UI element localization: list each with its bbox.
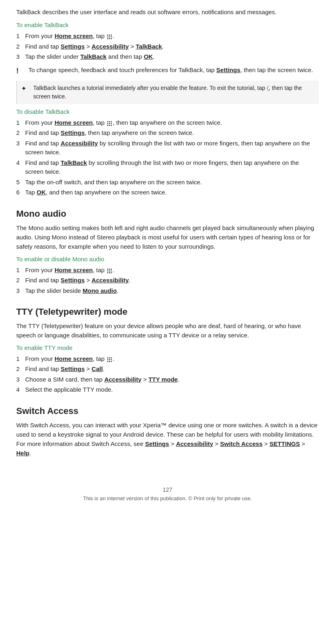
svg-point-8 — [111, 38, 112, 39]
lightbulb-icon: ✦ — [21, 84, 32, 94]
switch-access-body: With Switch Access, you can interact wit… — [16, 420, 319, 458]
intro-text: TalkBack describes the user interface an… — [16, 7, 319, 17]
tty-steps: 1 From your Home screen, tap . 2 Find an… — [16, 354, 319, 395]
page-number: 127 — [16, 486, 319, 493]
svg-point-15 — [107, 125, 108, 126]
mono-audio-body: The Mono audio setting makes both left a… — [16, 223, 319, 252]
svg-point-26 — [111, 272, 112, 273]
tty-title: TTY (Teletypewriter) mode — [16, 307, 319, 317]
svg-point-7 — [109, 38, 110, 39]
svg-point-17 — [111, 125, 112, 126]
list-item: 1 From your Home screen, tap , then tap … — [16, 118, 319, 128]
list-item: 3 Choose a SIM card, then tap Accessibil… — [16, 375, 319, 384]
svg-point-27 — [107, 357, 108, 358]
svg-point-28 — [109, 357, 110, 358]
list-item: 2 Find and tap Settings > Accessibility. — [16, 276, 319, 285]
svg-point-29 — [111, 357, 112, 358]
svg-point-3 — [107, 36, 108, 38]
list-item: 3 Tap the slider beside Mono audio. — [16, 286, 319, 296]
svg-point-24 — [107, 272, 108, 273]
enable-talkback-heading: To enable TalkBack — [16, 21, 319, 28]
svg-point-23 — [111, 270, 112, 271]
svg-point-16 — [109, 125, 110, 126]
list-item: 1 From your Home screen, tap . — [16, 266, 319, 275]
list-item: 3 Find and tap Accessibility by scrollin… — [16, 139, 319, 157]
mono-audio-steps: 1 From your Home screen, tap . 2 Find an… — [16, 266, 319, 296]
apps-icon — [107, 33, 112, 39]
svg-point-35 — [111, 361, 112, 362]
list-item: 1 From your Home screen, tap . — [16, 32, 319, 41]
svg-point-1 — [109, 35, 110, 36]
mono-audio-subheading: To enable or disable Mono audio — [16, 256, 319, 262]
svg-point-30 — [107, 359, 108, 360]
disable-talkback-steps: 1 From your Home screen, tap , then tap … — [16, 118, 319, 197]
svg-point-10 — [109, 121, 110, 122]
svg-point-12 — [107, 123, 108, 124]
list-item: 3 Tap the slider under TalkBack and then… — [16, 52, 319, 62]
list-item: 2 Find and tap Settings, then tap anywhe… — [16, 128, 319, 138]
warning-block: ! To change speech, feedback and touch p… — [16, 66, 319, 77]
svg-point-0 — [107, 35, 108, 36]
svg-point-31 — [109, 359, 110, 360]
svg-point-34 — [109, 361, 110, 362]
list-item: 6 Tap OK, and then tap anywhere on the s… — [16, 188, 319, 197]
list-item: 2 Find and tap Settings > Call. — [16, 365, 319, 374]
svg-point-22 — [109, 270, 110, 271]
list-item: 4 Select the applicable TTY mode. — [16, 385, 319, 395]
apps-icon — [107, 120, 112, 126]
list-item: 5 Tap the on-off switch, and then tap an… — [16, 178, 319, 187]
svg-point-4 — [109, 36, 110, 38]
apps-icon — [107, 356, 112, 362]
tty-subheading: To enable TTY mode — [16, 344, 319, 351]
svg-point-14 — [111, 123, 112, 124]
svg-point-13 — [109, 123, 110, 124]
svg-point-2 — [111, 35, 112, 36]
svg-point-25 — [109, 272, 110, 273]
svg-point-19 — [109, 269, 110, 270]
svg-point-11 — [111, 121, 112, 122]
svg-point-5 — [111, 36, 112, 38]
disable-talkback-heading: To disable TalkBack — [16, 108, 319, 115]
list-item: 4 Find and tap TalkBack by scrolling thr… — [16, 158, 319, 177]
apps-icon — [107, 267, 112, 273]
svg-point-6 — [107, 38, 108, 39]
tty-body: The TTY (Teletypewriter) feature on your… — [16, 321, 319, 340]
copyright-text: This is an internet version of this publ… — [16, 495, 319, 501]
svg-point-33 — [107, 361, 108, 362]
svg-point-21 — [107, 270, 108, 271]
note-block: ✦ TalkBack launches a tutorial immediate… — [16, 81, 319, 104]
list-item: 2 Find and tap Settings > Accessibility … — [16, 42, 319, 51]
svg-point-9 — [107, 121, 108, 122]
enable-talkback-steps: 1 From your Home screen, tap . 2 Find an… — [16, 32, 319, 62]
page-footer: 127 This is an internet version of this … — [16, 482, 319, 501]
svg-point-20 — [111, 269, 112, 270]
switch-access-title: Switch Access — [16, 406, 319, 416]
svg-point-18 — [107, 269, 108, 270]
list-item: 1 From your Home screen, tap . — [16, 354, 319, 364]
svg-point-32 — [111, 359, 112, 360]
warning-icon: ! — [16, 66, 26, 77]
mono-audio-title: Mono audio — [16, 209, 319, 219]
